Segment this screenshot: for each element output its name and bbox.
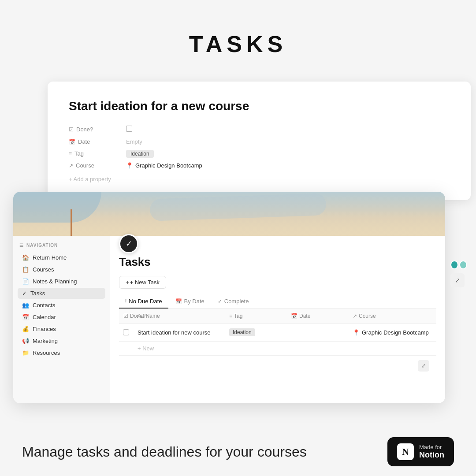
avatars-group (450, 260, 467, 270)
done-checkbox[interactable] (126, 126, 132, 132)
th-name: Aa Name (133, 311, 225, 321)
ideation-tag[interactable]: Ideation (229, 328, 255, 336)
banner (13, 192, 445, 236)
notion-brand: Notion (419, 450, 444, 460)
prop-row-course: ↗ Course 📍 Graphic Design Bootcamp (69, 160, 450, 171)
sidebar-item-return-home[interactable]: 🏠 Return Home (18, 252, 105, 263)
banner-shape1 (13, 192, 101, 223)
row-name-cell[interactable]: Start ideation for new course (133, 326, 225, 339)
add-property-btn[interactable]: + Add a property (69, 174, 450, 184)
th-date-icon: 📅 (291, 313, 298, 319)
tag-icon: ≡ (69, 151, 72, 157)
th-course: ↗ Course (348, 311, 436, 321)
tab-no-due-date[interactable]: ! No Due Date (119, 295, 168, 309)
sidebar-item-marketing[interactable]: 📢 Marketing (18, 335, 105, 346)
tasks-icon: ✓ (22, 290, 27, 297)
prop-row-done: ☑ Done? (69, 123, 450, 136)
bottom-expand: ⤢ (119, 355, 436, 376)
tabs: ! No Due Date 📅 By Date ✓ Complete (119, 295, 436, 309)
row-checkbox[interactable] (123, 329, 129, 335)
prop-row-date: 📅 Date Empty (69, 136, 450, 148)
new-row-btn[interactable]: + New (119, 342, 436, 355)
done-icon: ☑ (69, 126, 74, 133)
tagline: Manage tasks and deadlines for your cour… (22, 444, 307, 460)
main-card: ☰ NAVIGATION 🏠 Return Home 📋 Courses 📄 N… (13, 192, 445, 403)
course-icon: ↗ (69, 163, 73, 169)
th-done: ☑ Done? (119, 311, 133, 321)
card-icon: ✓ (119, 234, 138, 253)
sidebar-item-contacts[interactable]: 👥 Contacts (18, 300, 105, 311)
top-card: Start ideation for a new course ☑ Done? … (48, 82, 471, 200)
th-course-icon: ↗ (353, 313, 357, 319)
home-icon: 🏠 (22, 254, 29, 261)
row-done-cell[interactable] (119, 326, 133, 339)
th-tag: ≡ Tag (225, 311, 286, 321)
bottom-bar: Manage tasks and deadlines for your cour… (0, 428, 476, 476)
course-dot-icon: 📍 (353, 329, 360, 336)
sidebar-item-courses[interactable]: 📋 Courses (18, 264, 105, 275)
notion-made-for: Made for (419, 444, 444, 450)
avatar-2 (459, 260, 467, 269)
tab-by-date[interactable]: 📅 By Date (169, 295, 211, 309)
top-card-title: Start ideation for a new course (69, 99, 450, 113)
sidebar-item-tasks[interactable]: ✓ Tasks (18, 288, 105, 299)
new-task-button[interactable]: + + New Task (119, 276, 166, 289)
row-tag-cell: Ideation (225, 325, 286, 340)
card-db-title: Tasks (119, 255, 436, 269)
prop-row-tag: ≡ Tag Ideation (69, 148, 450, 160)
notion-logo: N (397, 443, 414, 460)
sidebar: ☰ NAVIGATION 🏠 Return Home 📋 Courses 📄 N… (13, 236, 110, 403)
card-icon-row: ✓ (119, 234, 436, 253)
row-course-cell: 📍 Graphic Design Bootcamp (348, 326, 436, 339)
nav-menu-icon: ☰ (19, 243, 24, 248)
tasks-table: ☑ Done? Aa Name ≡ Tag 📅 Date (119, 309, 436, 355)
sidebar-item-calendar[interactable]: 📅 Calendar (18, 312, 105, 323)
th-date: 📅 Date (286, 311, 348, 321)
banner-shape2 (149, 193, 327, 221)
calendar-icon: 📅 (22, 314, 29, 320)
marketing-icon: 📢 (22, 338, 29, 344)
content-column: ✓ Tasks + + New Task ! No Due Date 📅 By … (110, 236, 445, 403)
contacts-icon: 👥 (22, 302, 29, 309)
table-header: ☑ Done? Aa Name ≡ Tag 📅 Date (119, 309, 436, 324)
nav-label: ☰ NAVIGATION (18, 243, 105, 248)
th-tag-icon: ≡ (229, 313, 232, 319)
notion-badge: N Made for Notion (387, 437, 454, 466)
by-date-icon: 📅 (175, 298, 182, 305)
expand-button[interactable]: ⤢ (450, 273, 465, 287)
page-title: TASKS (0, 0, 476, 57)
th-name-icon: Aa (138, 313, 144, 319)
expand-button-sm[interactable]: ⤢ (418, 360, 429, 372)
tag-badge[interactable]: Ideation (126, 150, 154, 158)
plus-icon: + (126, 279, 130, 286)
complete-icon: ✓ (218, 298, 222, 305)
course-link-icon: 📍 (126, 162, 133, 169)
row-date-cell (286, 329, 348, 336)
avatar-1 (450, 260, 458, 269)
notes-icon: 📄 (22, 278, 29, 285)
toolbar: + + New Task (119, 276, 436, 289)
right-side-buttons: ⤢ (450, 260, 467, 287)
sidebar-item-finances[interactable]: 💰 Finances (18, 324, 105, 335)
sidebar-item-resources[interactable]: 📁 Resources (18, 347, 105, 358)
date-icon: 📅 (69, 139, 75, 145)
th-done-icon: ☑ (123, 313, 128, 319)
table-row: Start ideation for new course Ideation 📍… (119, 324, 436, 342)
main-card-inner: ☰ NAVIGATION 🏠 Return Home 📋 Courses 📄 N… (13, 236, 445, 403)
courses-icon: 📋 (22, 266, 29, 273)
no-due-date-icon: ! (125, 298, 126, 305)
tab-complete[interactable]: ✓ Complete (212, 295, 255, 309)
sidebar-item-notes[interactable]: 📄 Notes & Planning (18, 276, 105, 287)
banner-line (71, 209, 72, 236)
finances-icon: 💰 (22, 326, 29, 332)
resources-icon: 📁 (22, 350, 29, 356)
